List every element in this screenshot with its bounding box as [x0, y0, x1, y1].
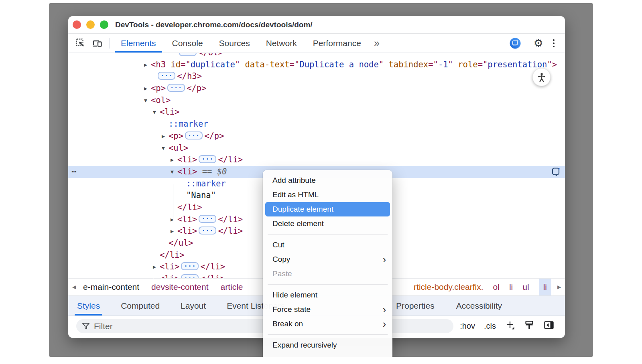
li-open-row[interactable]: ▼<li> — [68, 106, 565, 118]
tab-console[interactable]: Console — [164, 34, 211, 53]
tab-accessibility[interactable]: Accessibility — [455, 296, 503, 315]
zoom-window-button[interactable] — [100, 20, 108, 29]
ol-open-row[interactable]: ▼<ol> — [68, 95, 565, 107]
expand-arrow-open-icon[interactable]: ▼ — [162, 142, 165, 154]
expand-arrow-closed-icon[interactable]: ▶ — [162, 130, 165, 142]
tab-underline — [115, 51, 162, 53]
menu-item-break-on[interactable]: Break on› — [263, 317, 392, 331]
tab-label: Sources — [219, 38, 250, 48]
breadcrumb-item-label: li — [543, 282, 547, 292]
collapsed-content-ellipsis-icon[interactable]: ··· — [199, 215, 216, 223]
p-row[interactable]: ▶<p>···</p> — [68, 130, 565, 142]
dom-token-tag: <li> — [177, 155, 197, 164]
expand-arrow-closed-icon[interactable]: ▶ — [153, 273, 156, 278]
settings-gear-icon[interactable]: ⚙ — [534, 38, 543, 49]
toggle-hov-button[interactable]: :hov — [460, 322, 475, 331]
toolbar-divider — [109, 38, 110, 49]
minimize-window-button[interactable] — [86, 20, 95, 29]
ai-assistant-icon[interactable] — [510, 38, 521, 49]
menu-separator — [263, 331, 392, 338]
menu-item-force-state[interactable]: Force state› — [263, 302, 392, 317]
menu-item-hide-element[interactable]: Hide element — [263, 288, 392, 302]
tab-styles[interactable]: Styles — [76, 296, 101, 315]
ul-open-row[interactable]: ▼<ul> — [68, 142, 565, 154]
collapsed-content-ellipsis-icon[interactable]: ··· — [185, 131, 203, 140]
tab-elements[interactable]: Elements — [113, 34, 164, 53]
menu-item-duplicate-element[interactable]: Duplicate element — [265, 202, 390, 216]
marker-row[interactable]: ::marker — [68, 118, 565, 130]
close-window-button[interactable] — [73, 20, 81, 29]
expand-arrow-open-icon[interactable]: ▼ — [171, 166, 174, 178]
tab-label: Console — [172, 38, 203, 48]
expand-arrow-closed-icon[interactable]: ▶ — [171, 225, 174, 237]
collapsed-content-ellipsis-icon[interactable]: ··· — [179, 53, 197, 56]
breadcrumb-scroll-right-icon[interactable]: ▶ — [553, 279, 565, 295]
breadcrumb-item-selected[interactable]: li — [539, 279, 551, 295]
dom-token-tag: </li> — [218, 214, 243, 224]
dom-token-tag: <li> — [177, 226, 197, 236]
expand-arrow-open-icon[interactable]: ▼ — [153, 106, 156, 118]
accessibility-person-icon[interactable] — [532, 68, 551, 86]
collapsed-content-ellipsis-icon[interactable]: ··· — [167, 84, 185, 92]
menu-item-edit-as-html[interactable]: Edit as HTML — [263, 188, 392, 202]
p-row[interactable]: ▶<p>···</p> — [68, 83, 565, 95]
breadcrumb-item-e-main-content[interactable]: e-main-content — [83, 282, 139, 292]
new-style-rule-icon[interactable] — [505, 320, 515, 332]
rendering-brush-icon[interactable] — [524, 320, 534, 332]
dom-token-pun: =" — [478, 60, 488, 69]
breadcrumb-item-devsite-content[interactable]: devsite-content — [151, 282, 208, 292]
menu-item-label: Expand recursively — [272, 341, 337, 349]
dom-token-meta: == — [197, 167, 217, 176]
expand-arrow-closed-icon[interactable]: ▶ — [153, 261, 156, 273]
tab-network[interactable]: Network — [258, 34, 305, 53]
tab-performance[interactable]: Performance — [305, 34, 369, 53]
more-options-icon[interactable] — [551, 38, 557, 48]
collapsed-content-ellipsis-icon[interactable]: ··· — [199, 155, 216, 163]
menu-item-add-attribute[interactable]: Add attribute — [263, 173, 392, 188]
expand-arrow-closed-icon[interactable]: ▶ — [144, 83, 147, 95]
expand-arrow-closed-icon[interactable]: ▶ — [171, 154, 174, 166]
dom-token-pun: " — [448, 60, 453, 69]
row-more-actions-icon[interactable]: ⋯ — [71, 166, 76, 178]
dom-token-pun: " — [235, 60, 240, 69]
menu-item-copy[interactable]: Copy› — [263, 252, 392, 267]
tab-layout[interactable]: Layout — [180, 296, 207, 315]
tab-computed[interactable]: Computed — [120, 296, 160, 315]
inspect-icon[interactable] — [75, 38, 86, 49]
expand-arrow-open-icon[interactable]: ▼ — [144, 95, 147, 107]
dom-token-tag: </ol> — [198, 53, 223, 57]
toggle-cls-button[interactable]: .cls — [484, 322, 496, 331]
menu-item-label: Force state — [272, 305, 311, 313]
h3-close-row[interactable]: ···</h3> — [68, 71, 565, 83]
more-tabs-button[interactable]: » — [371, 37, 383, 49]
breadcrumb-item-ol[interactable]: ol — [493, 282, 500, 292]
device-toolbar-icon[interactable] — [91, 38, 103, 49]
dom-token-attr: tabindex — [384, 60, 428, 69]
collapsed-content-ellipsis-icon[interactable]: ··· — [181, 274, 199, 278]
breadcrumb: e-main-contentdevsite-contentarticle — [83, 279, 243, 295]
breadcrumb-item-li[interactable]: li — [509, 282, 513, 292]
toggle-sidebar-icon[interactable] — [543, 320, 555, 332]
menu-item-label: Hide element — [272, 291, 317, 299]
li-row[interactable]: ▶<li>···</li> — [68, 154, 565, 166]
tab-properties[interactable]: Properties — [395, 296, 435, 315]
dom-token-pseudo: ::marker — [169, 119, 208, 129]
dom-token-pseudo: ::marker — [186, 179, 226, 188]
breadcrumb-item-rticle-body-clearfix[interactable]: rticle-body.clearfix. — [414, 282, 484, 292]
dom-token-tag: </li> — [218, 155, 243, 164]
collapsed-content-ellipsis-icon[interactable]: ··· — [181, 262, 199, 270]
menu-item-cut[interactable]: Cut — [263, 238, 392, 252]
breadcrumb-scroll-left-icon[interactable]: ◀ — [68, 279, 80, 295]
breadcrumb-item-ul[interactable]: ul — [522, 282, 529, 292]
breadcrumb-item-article[interactable]: article — [221, 282, 243, 292]
styles-tabs-right: PropertiesAccessibility — [395, 296, 503, 315]
ai-assistant-badge-icon[interactable] — [551, 166, 562, 177]
collapsed-content-ellipsis-icon[interactable]: ··· — [158, 72, 175, 80]
tab-sources[interactable]: Sources — [211, 34, 258, 53]
menu-item-delete-element[interactable]: Delete element — [263, 216, 392, 231]
menu-item-expand-recursively[interactable]: Expand recursively — [263, 338, 392, 352]
clipped-top-row[interactable]: ···</ol> — [68, 53, 565, 59]
h3-open-row[interactable]: ▶<h3 id="duplicate" data-text="Duplicate… — [68, 59, 565, 71]
collapsed-content-ellipsis-icon[interactable]: ··· — [199, 226, 216, 235]
expand-arrow-closed-icon[interactable]: ▶ — [144, 59, 147, 71]
